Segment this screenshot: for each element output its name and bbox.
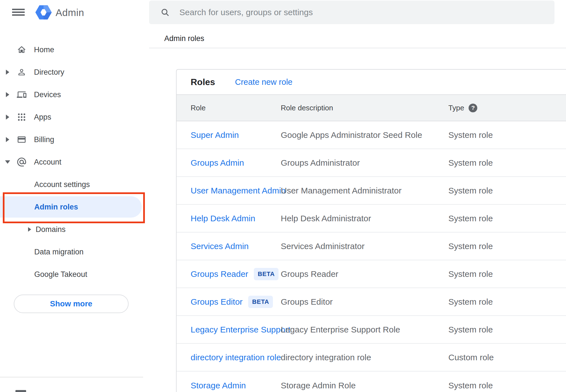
apps-grid-icon xyxy=(17,112,26,122)
search-input[interactable]: Search for users, groups or settings xyxy=(149,1,554,24)
credit-card-icon xyxy=(17,135,26,144)
show-more-button[interactable]: Show more xyxy=(14,295,129,313)
admin-console-screen: Admin Search for users, groups or settin… xyxy=(0,0,566,392)
role-description: Storage Admin Role xyxy=(281,381,448,390)
sidebar-item-home[interactable]: Home xyxy=(0,38,149,61)
column-header-role: Role xyxy=(177,104,281,112)
app-title: Admin xyxy=(56,7,84,18)
sidebar-item-data-migration[interactable]: Data migration xyxy=(0,241,149,263)
role-type: System role xyxy=(448,130,566,140)
table-row: Groups Reader BETA Groups Reader System … xyxy=(177,260,566,288)
sidebar-bottom-divider xyxy=(0,377,143,377)
role-description: User Management Administrator xyxy=(281,186,448,195)
clipped-sidebar-icon xyxy=(15,390,26,392)
column-header-description: Role description xyxy=(281,104,448,112)
chevron-right-icon xyxy=(6,70,9,75)
chevron-down-icon xyxy=(5,160,10,164)
role-description: directory integration role xyxy=(281,353,448,362)
role-link[interactable]: Groups Editor xyxy=(191,297,243,307)
person-icon xyxy=(17,67,26,77)
sidebar-item-admin-roles[interactable]: Admin roles xyxy=(0,196,149,218)
sidebar-item-apps[interactable]: Apps xyxy=(0,106,149,128)
role-description: Groups Reader xyxy=(281,269,448,279)
table-row: Help Desk Admin Help Desk Administrator … xyxy=(177,205,566,233)
role-link[interactable]: Super Admin xyxy=(191,130,239,140)
create-new-role-link[interactable]: Create new role xyxy=(235,78,293,87)
home-icon xyxy=(17,45,26,54)
sidebar-item-account[interactable]: Account xyxy=(0,151,149,173)
menu-hamburger-icon[interactable] xyxy=(12,9,25,16)
role-link[interactable]: Groups Reader xyxy=(191,269,248,279)
roles-card: Roles Create new role Role Role descript… xyxy=(176,69,566,392)
table-row: directory integration role directory int… xyxy=(177,344,566,372)
chevron-right-icon xyxy=(6,137,9,142)
table-row: User Management Admin User Management Ad… xyxy=(177,177,566,205)
search-icon xyxy=(160,8,170,17)
role-link[interactable]: Legacy Enterprise Support xyxy=(191,325,290,334)
beta-badge: BETA xyxy=(254,268,279,280)
role-link[interactable]: User Management Admin xyxy=(191,186,286,195)
table-row: Services Admin Services Administrator Sy… xyxy=(177,233,566,260)
role-link[interactable]: Help Desk Admin xyxy=(191,214,255,223)
role-link[interactable]: Groups Admin xyxy=(191,158,244,168)
table-row: Groups Admin Groups Administrator System… xyxy=(177,149,566,177)
role-type: System role xyxy=(448,214,566,223)
role-type: System role xyxy=(448,186,566,195)
column-header-type: Type ? xyxy=(448,104,566,112)
chevron-right-icon xyxy=(6,92,9,97)
chevron-right-icon xyxy=(6,115,9,120)
role-description: Services Administrator xyxy=(281,241,448,251)
role-description: Groups Editor xyxy=(281,297,448,307)
beta-badge: BETA xyxy=(248,296,273,308)
role-type: System role xyxy=(448,381,566,390)
sidebar-nav: Home Directory Devices Apps Billing Acco… xyxy=(0,38,149,286)
sidebar-item-google-takeout[interactable]: Google Takeout xyxy=(0,263,149,286)
devices-icon xyxy=(17,90,26,99)
role-link[interactable]: directory integration role xyxy=(191,353,281,362)
role-description: Groups Administrator xyxy=(281,158,448,168)
role-type: Custom role xyxy=(448,353,566,362)
breadcrumb: Admin roles xyxy=(164,34,204,43)
role-description: Help Desk Administrator xyxy=(281,214,448,223)
role-type: System role xyxy=(448,241,566,251)
help-icon[interactable]: ? xyxy=(469,104,477,112)
table-row: Storage Admin Storage Admin Role System … xyxy=(177,372,566,392)
role-type: System role xyxy=(448,269,566,279)
table-row: Groups Editor BETA Groups Editor System … xyxy=(177,288,566,316)
at-sign-icon xyxy=(16,157,27,167)
role-type: System role xyxy=(448,297,566,307)
role-description: Legacy Enterprise Support Role xyxy=(281,325,448,334)
sidebar-item-billing[interactable]: Billing xyxy=(0,128,149,151)
roles-title: Roles xyxy=(191,77,215,87)
role-link[interactable]: Storage Admin xyxy=(191,381,246,390)
sidebar-item-devices[interactable]: Devices xyxy=(0,83,149,106)
admin-logo-icon xyxy=(35,3,52,21)
table-row: Legacy Enterprise Support Legacy Enterpr… xyxy=(177,316,566,344)
role-description: Google Apps Administrator Seed Role xyxy=(281,130,448,140)
role-type: System role xyxy=(448,158,566,168)
table-header-row: Role Role description Type ? xyxy=(177,94,566,121)
chevron-right-icon xyxy=(28,227,31,232)
sidebar-item-domains[interactable]: Domains xyxy=(0,218,149,241)
table-row: Super Admin Google Apps Administrator Se… xyxy=(177,121,566,149)
sidebar-item-account-settings[interactable]: Account settings xyxy=(0,173,149,196)
role-link[interactable]: Services Admin xyxy=(191,241,249,251)
search-placeholder: Search for users, groups or settings xyxy=(179,8,313,17)
sidebar-item-directory[interactable]: Directory xyxy=(0,61,149,83)
role-type: System role xyxy=(448,325,566,334)
breadcrumb-divider xyxy=(149,48,566,48)
